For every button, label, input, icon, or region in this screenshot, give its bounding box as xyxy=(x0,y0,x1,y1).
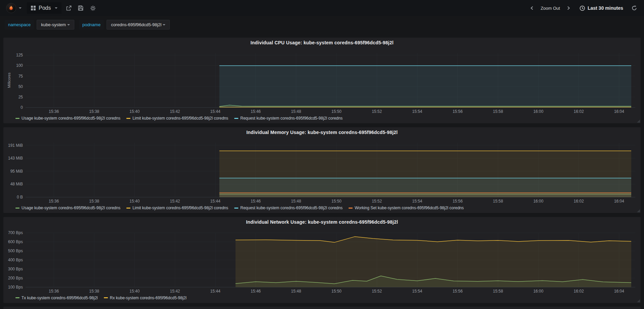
legend-series-label: Working Set kube-system coredns-695f96dc… xyxy=(355,206,464,210)
svg-text:16:00: 16:00 xyxy=(533,199,544,204)
legend-series-swatch xyxy=(234,118,238,119)
panel-resize-handle[interactable] xyxy=(637,209,640,212)
svg-text:48 MiB: 48 MiB xyxy=(10,182,23,187)
grafana-logo-button[interactable] xyxy=(5,2,23,14)
namespace-caret-icon xyxy=(67,24,70,26)
svg-text:400 Bps: 400 Bps xyxy=(8,258,23,262)
chart-area: 15:3615:3815:4015:4215:4415:4615:4815:50… xyxy=(6,140,638,205)
svg-text:15:42: 15:42 xyxy=(170,199,180,204)
settings-button[interactable] xyxy=(88,3,98,13)
variable-namespace: namespace kube-system xyxy=(5,20,74,30)
legend-series-swatch xyxy=(15,297,19,298)
top-navbar: Pods Zoom Out xyxy=(0,0,644,16)
cpu-chart-canvas[interactable]: 15:3615:3815:4015:4215:4415:4615:4815:50… xyxy=(6,50,638,115)
svg-text:15:40: 15:40 xyxy=(129,109,139,114)
svg-text:15:46: 15:46 xyxy=(251,109,261,114)
panel-title[interactable]: Individual Memory Usage: kube-system cor… xyxy=(6,127,638,136)
chart-area: 15:3615:3815:4015:4215:4415:4615:4815:50… xyxy=(6,50,638,115)
svg-text:15:40: 15:40 xyxy=(129,289,139,294)
namespace-label: namespace xyxy=(5,20,34,30)
dashboard-body: Individual CPU Usage: kube-system coredn… xyxy=(0,33,644,309)
podname-dropdown[interactable]: coredns-695f96dcd5-98j2l xyxy=(107,20,170,30)
zoom-out-button[interactable]: Zoom Out xyxy=(540,6,560,11)
grafana-logo xyxy=(6,3,16,13)
svg-text:143 MiB: 143 MiB xyxy=(8,156,23,161)
panel-resize-handle[interactable] xyxy=(637,120,640,123)
panel-title[interactable]: Individual CPU Usage: kube-system coredn… xyxy=(6,38,638,47)
time-shift-back-button[interactable] xyxy=(527,3,537,13)
svg-text:15:44: 15:44 xyxy=(210,109,220,114)
svg-text:15:50: 15:50 xyxy=(331,199,341,204)
svg-text:15:52: 15:52 xyxy=(372,289,382,294)
svg-text:15:48: 15:48 xyxy=(291,289,301,294)
network-chart-canvas[interactable]: 15:3615:3815:4015:4215:4415:4615:4815:50… xyxy=(6,230,638,295)
dashboard-picker[interactable]: Pods xyxy=(27,2,62,14)
svg-text:300 Bps: 300 Bps xyxy=(8,267,23,271)
legend-item[interactable]: Request kube-system coredns-695f96dcd5-9… xyxy=(234,206,343,210)
svg-text:15:58: 15:58 xyxy=(493,109,503,114)
svg-text:Millicores: Millicores xyxy=(7,73,11,88)
svg-text:191 MiB: 191 MiB xyxy=(8,143,23,148)
svg-text:15:44: 15:44 xyxy=(210,289,220,294)
clock-icon xyxy=(579,5,585,11)
legend-item[interactable]: Tx kube-system coredns-695f96dcd5-98j2l xyxy=(15,296,98,300)
time-range-label: Last 30 minutes xyxy=(588,5,623,11)
gear-icon xyxy=(90,5,96,11)
save-icon xyxy=(78,5,83,11)
svg-text:0 B: 0 B xyxy=(17,195,23,200)
memory-legend: Usage kube-system coredns-695f96dcd5-98j… xyxy=(6,205,638,213)
svg-text:15:36: 15:36 xyxy=(49,289,59,294)
time-shift-forward-button[interactable] xyxy=(563,3,573,13)
svg-text:50: 50 xyxy=(18,84,23,89)
svg-text:16:04: 16:04 xyxy=(614,199,624,204)
podname-caret-icon xyxy=(163,24,165,26)
time-range-picker[interactable]: Last 30 minutes xyxy=(577,3,626,13)
legend-series-label: Rx kube-system coredns-695f96dcd5-98j2l xyxy=(110,296,187,300)
time-controls: Zoom Out Last 30 minutes xyxy=(527,3,639,13)
panel-resize-handle[interactable] xyxy=(637,299,640,302)
panel-memory-usage: Individual Memory Usage: kube-system cor… xyxy=(3,127,641,213)
svg-text:95 MiB: 95 MiB xyxy=(10,169,23,174)
namespace-value: kube-system xyxy=(41,22,66,27)
legend-item[interactable]: Working Set kube-system coredns-695f96dc… xyxy=(349,206,464,210)
svg-text:15:54: 15:54 xyxy=(412,289,422,294)
svg-text:15:42: 15:42 xyxy=(170,289,180,294)
namespace-dropdown[interactable]: kube-system xyxy=(37,20,74,30)
legend-series-label: Request kube-system coredns-695f96dcd5-9… xyxy=(240,116,343,121)
panel-title[interactable]: Individual Network Usage: kube-system co… xyxy=(6,217,638,226)
share-button[interactable] xyxy=(64,3,74,13)
legend-series-label: Limit kube-system coredns-695f96dcd5-98j… xyxy=(132,206,228,210)
podname-label: podname xyxy=(79,20,104,30)
refresh-button[interactable] xyxy=(629,3,639,13)
svg-text:15:36: 15:36 xyxy=(49,199,59,204)
panel-filesystem-usage: Filesystem Usage: kube-system coredns-69… xyxy=(3,307,641,309)
dashboard-caret-icon xyxy=(55,7,57,9)
cpu-legend: Usage kube-system coredns-695f96dcd5-98j… xyxy=(6,115,638,123)
svg-text:15:54: 15:54 xyxy=(412,109,422,114)
svg-text:600 Bps: 600 Bps xyxy=(8,239,23,244)
legend-item[interactable]: Request kube-system coredns-695f96dcd5-9… xyxy=(234,116,343,121)
share-icon xyxy=(66,5,72,11)
refresh-icon xyxy=(632,5,637,11)
legend-item[interactable]: Limit kube-system coredns-695f96dcd5-98j… xyxy=(126,116,228,121)
svg-text:15:58: 15:58 xyxy=(493,199,503,204)
network-legend: Tx kube-system coredns-695f96dcd5-98j2lR… xyxy=(6,295,638,303)
legend-series-label: Tx kube-system coredns-695f96dcd5-98j2l xyxy=(22,296,98,300)
legend-item[interactable]: Usage kube-system coredns-695f96dcd5-98j… xyxy=(15,116,120,121)
save-button[interactable] xyxy=(76,3,86,13)
panel-title[interactable]: Filesystem Usage: kube-system coredns-69… xyxy=(6,307,638,309)
org-caret-icon xyxy=(19,7,22,9)
legend-series-label: Limit kube-system coredns-695f96dcd5-98j… xyxy=(132,116,228,121)
memory-chart-canvas[interactable]: 15:3615:3815:4015:4215:4415:4615:4815:50… xyxy=(6,140,638,205)
legend-item[interactable]: Limit kube-system coredns-695f96dcd5-98j… xyxy=(126,206,228,210)
svg-text:15:44: 15:44 xyxy=(210,199,220,204)
svg-text:15:56: 15:56 xyxy=(452,199,462,204)
svg-text:15:58: 15:58 xyxy=(493,289,503,294)
legend-series-swatch xyxy=(15,118,19,119)
legend-item[interactable]: Usage kube-system coredns-695f96dcd5-98j… xyxy=(15,206,120,210)
legend-series-swatch xyxy=(126,118,130,119)
svg-text:100: 100 xyxy=(16,63,23,68)
legend-item[interactable]: Rx kube-system coredns-695f96dcd5-98j2l xyxy=(104,296,187,300)
svg-text:15:48: 15:48 xyxy=(291,109,301,114)
svg-text:15:50: 15:50 xyxy=(331,109,341,114)
